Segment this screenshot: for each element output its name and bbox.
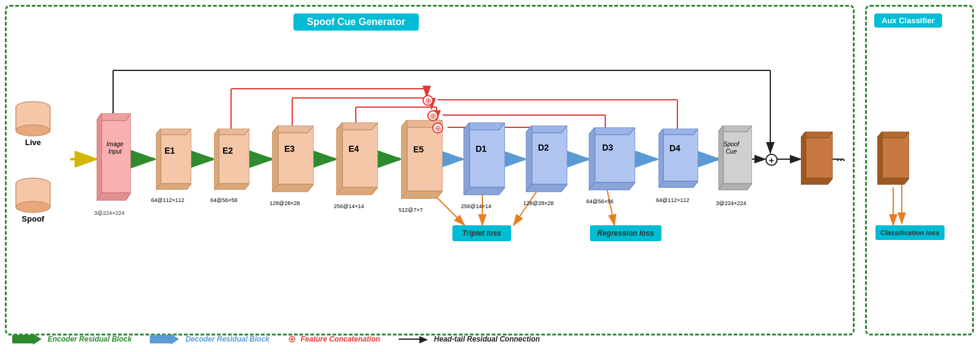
svg-marker-86 <box>589 127 635 135</box>
svg-marker-76 <box>401 191 443 198</box>
legend-encoder-label: Encoder Residual Block <box>48 335 131 343</box>
decoder-D3: D3 64@56×56 <box>589 127 635 193</box>
svg-marker-83 <box>526 125 532 192</box>
legend-headtail: Head-tail Residual Connection <box>399 334 540 344</box>
decoder-D2: D2 128@28×28 <box>526 125 567 195</box>
svg-marker-64 <box>214 184 249 190</box>
encoder-E1: E1 64@112×112 <box>156 129 191 192</box>
svg-marker-91 <box>658 129 663 187</box>
svg-marker-100 <box>801 178 833 184</box>
svg-marker-60 <box>156 184 191 190</box>
svg-marker-72 <box>336 187 378 195</box>
legend-encoder: Encoder Residual Block <box>12 334 131 344</box>
classification-loss-box: Classification loss <box>875 225 945 240</box>
svg-marker-59 <box>156 129 161 190</box>
encoder-E3: E3 128@28×28 <box>272 125 314 195</box>
plus-circle-skip-3: ⊕ <box>432 122 443 133</box>
svg-marker-77 <box>470 122 505 187</box>
live-input: Live <box>13 101 53 147</box>
svg-marker-68 <box>272 184 314 192</box>
D2-label: D2 <box>538 143 549 152</box>
spoof-input: Spoof <box>13 178 53 223</box>
svg-marker-85 <box>595 127 635 182</box>
legend-feature: ⊕ Feature Concatenation <box>288 333 380 345</box>
svg-marker-84 <box>526 184 567 192</box>
decoder-D1: D1 256@14×14 <box>463 122 505 198</box>
aux-block-2 <box>877 132 909 189</box>
E4-sublabel: 256@14×14 <box>334 203 364 209</box>
svg-marker-101 <box>882 132 909 178</box>
D3-label: D3 <box>602 143 613 152</box>
D1-label: D1 <box>476 144 487 154</box>
svg-point-47 <box>16 125 50 136</box>
image-input-sublabel: 3@224×224 <box>94 210 124 216</box>
legend-feature-label: Feature Concatenation <box>301 335 380 343</box>
live-label: Live <box>13 138 53 147</box>
decoder-D4: D4 64@112×112 <box>658 129 698 192</box>
svg-marker-97 <box>806 132 833 178</box>
svg-marker-55 <box>97 113 101 200</box>
legend-decoder-label: Decoder Residual Block <box>185 335 269 343</box>
svg-marker-71 <box>336 122 342 195</box>
D3-sublabel: 64@56×56 <box>586 198 613 204</box>
E1-sublabel: 64@112×112 <box>151 197 184 203</box>
D4-label: D4 <box>669 143 680 153</box>
svg-marker-81 <box>532 125 567 184</box>
E5-sublabel: 512@7×7 <box>399 207 422 213</box>
D4-sublabel: 64@112×112 <box>656 197 689 203</box>
svg-marker-67 <box>272 125 278 192</box>
svg-marker-56 <box>97 193 131 200</box>
svg-marker-103 <box>877 132 882 184</box>
svg-marker-92 <box>658 181 698 187</box>
E2-sublabel: 64@56×56 <box>210 197 237 203</box>
E3-label: E3 <box>284 144 295 154</box>
svg-marker-104 <box>877 178 909 184</box>
aux-classifier-title: Aux Classifier <box>874 13 942 28</box>
svg-marker-79 <box>463 122 470 195</box>
legend-headtail-label: Head-tail Residual Connection <box>434 335 540 343</box>
spoof-label: Spoof <box>13 214 53 223</box>
ellipsis: ··· <box>836 154 846 167</box>
svg-marker-57 <box>161 129 191 184</box>
svg-marker-61 <box>219 129 249 184</box>
svg-marker-96 <box>718 184 752 190</box>
svg-marker-88 <box>589 182 635 190</box>
spoof-cue-label: SpoofCue <box>723 141 739 155</box>
svg-marker-80 <box>463 187 505 195</box>
legend-decoder: Decoder Residual Block <box>150 334 269 344</box>
svg-marker-87 <box>589 127 595 190</box>
spoof-cue-block: SpoofCue 3@224×224 <box>718 125 752 195</box>
E1-label: E1 <box>164 146 175 155</box>
spoof-cue-generator-title: Spoof Cue Generator <box>293 13 419 31</box>
svg-marker-90 <box>658 129 698 135</box>
plus-circle-skip-2: ⊕ <box>427 110 438 121</box>
image-input-block: ImageInput 3@224×224 <box>97 113 131 205</box>
aux-block-1 <box>801 132 833 189</box>
svg-marker-63 <box>214 129 219 190</box>
svg-marker-89 <box>663 129 698 181</box>
svg-marker-75 <box>401 120 407 198</box>
D2-sublabel: 128@28×28 <box>523 200 553 206</box>
spoof-cue-sublabel: 3@224×224 <box>716 200 746 206</box>
plus-circle-main: + <box>765 154 778 166</box>
legend-bar: Encoder Residual Block Decoder Residual … <box>12 333 540 345</box>
triplet-loss-box: Triplet loss <box>452 225 511 241</box>
image-input-label: ImageInput <box>101 141 128 155</box>
svg-marker-99 <box>801 132 806 184</box>
plus-circle-skip-1: ⊕ <box>422 95 433 106</box>
svg-marker-65 <box>278 125 314 184</box>
E5-label: E5 <box>413 144 424 154</box>
regression-loss-box: Regression loss <box>590 225 661 241</box>
E4-label: E4 <box>348 144 359 154</box>
encoder-E2: E2 64@56×56 <box>214 129 249 192</box>
svg-marker-95 <box>718 125 723 190</box>
encoder-E4: E4 256@14×14 <box>336 122 378 198</box>
E3-sublabel: 128@28×28 <box>270 200 300 206</box>
D1-sublabel: 256@14×14 <box>461 203 491 209</box>
svg-marker-69 <box>342 122 378 187</box>
svg-point-52 <box>16 201 50 212</box>
E2-label: E2 <box>223 146 233 155</box>
